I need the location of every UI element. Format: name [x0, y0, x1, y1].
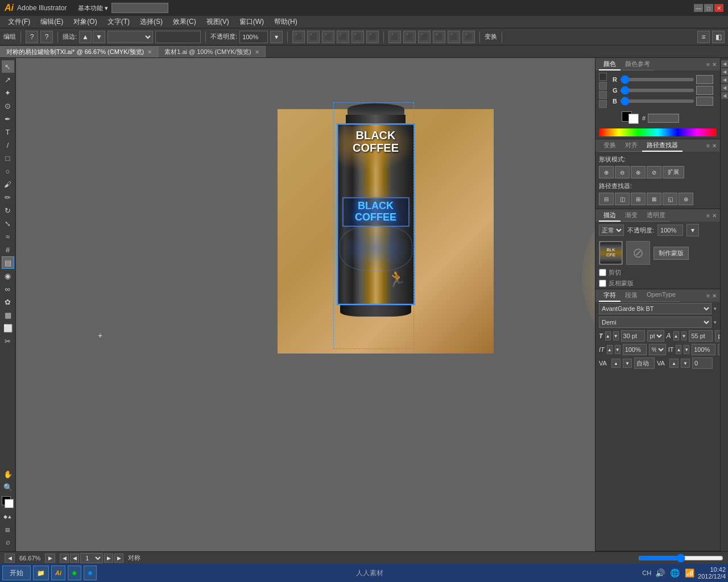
coffee-can[interactable]: BLACKCOFFEE BLACKCOFFEE 🏃: [334, 103, 417, 348]
path-trim[interactable]: ◫: [615, 193, 630, 205]
tracking-input[interactable]: [634, 357, 655, 369]
r-value[interactable]: [696, 75, 713, 84]
stroke-down[interactable]: ▼: [93, 31, 105, 43]
stroke-box[interactable]: [628, 114, 639, 124]
tool-symbol[interactable]: ✿: [2, 296, 14, 308]
page-prev[interactable]: ◀: [60, 554, 69, 563]
size-unit-select[interactable]: pt: [647, 330, 664, 342]
transform-panel-menu[interactable]: ≡: [706, 143, 710, 149]
tab-color-ref[interactable]: 颜色参考: [621, 59, 655, 70]
tool-paintbrush[interactable]: 🖌: [2, 178, 14, 190]
dist-left[interactable]: ⬛: [448, 31, 460, 43]
right-icon-2[interactable]: ◀: [721, 68, 728, 75]
path-merge[interactable]: ⊞: [631, 193, 646, 205]
vscale-input[interactable]: [692, 344, 715, 355]
tool-rotate[interactable]: ↻: [2, 204, 14, 217]
character-panel-header[interactable]: 字符 段落 OpenType ≡ ✕: [595, 289, 720, 302]
tab-transform[interactable]: 变换: [599, 140, 621, 152]
right-icon-4[interactable]: ◀: [721, 84, 728, 91]
layer-thumb[interactable]: BLKCFE: [599, 241, 623, 265]
right-icon-3[interactable]: ◀: [721, 76, 728, 83]
opacity-value-input[interactable]: [657, 225, 683, 236]
tool-artboard[interactable]: ⬜: [2, 322, 14, 334]
taskbar-app-green[interactable]: ●: [68, 566, 81, 580]
minimize-button[interactable]: —: [694, 4, 703, 12]
dist-v[interactable]: ⬛: [403, 31, 416, 43]
hash-input[interactable]: [648, 114, 679, 123]
tray-icon-2[interactable]: 🌐: [668, 567, 681, 579]
tool-pencil[interactable]: ✏: [2, 191, 14, 203]
tab-pathfinder[interactable]: 路径查找器: [642, 140, 682, 152]
tool-lasso[interactable]: ⊙: [2, 99, 14, 112]
tool-selection[interactable]: ↖: [2, 60, 14, 73]
menu-view[interactable]: 视图(V): [202, 16, 234, 28]
tool-blend[interactable]: ∞: [2, 282, 14, 295]
tool-ellipse[interactable]: ○: [2, 165, 14, 177]
tool-type[interactable]: T: [2, 126, 14, 138]
dist-h[interactable]: ⬛: [388, 31, 401, 43]
tool-eyedropper[interactable]: ◉: [2, 269, 14, 282]
leading-input[interactable]: [689, 330, 713, 342]
character-close[interactable]: ✕: [712, 293, 717, 299]
tool-direct-selection[interactable]: ↗: [2, 73, 14, 86]
dist-bottom[interactable]: ⬛: [433, 31, 445, 43]
right-icon-1[interactable]: ◀: [721, 60, 728, 67]
align-center-h[interactable]: ⬛: [307, 31, 320, 43]
opacity-down[interactable]: ▾: [270, 31, 283, 43]
color-spectrum[interactable]: [599, 128, 717, 136]
tab-para[interactable]: 段落: [621, 290, 642, 302]
size-down[interactable]: ▼: [613, 331, 619, 340]
taskbar-app-folder[interactable]: 📁: [33, 566, 49, 580]
appearance-menu[interactable]: ≡: [706, 213, 710, 219]
menu-object[interactable]: 对象(O): [69, 16, 101, 28]
panel-toggle[interactable]: ≡: [697, 31, 710, 43]
b-slider[interactable]: [621, 99, 694, 103]
tool-zoom[interactable]: 🔍: [2, 481, 14, 493]
tab-align[interactable]: 对齐: [621, 140, 642, 152]
g-value[interactable]: [696, 86, 713, 95]
start-button[interactable]: 开始: [2, 566, 31, 580]
menu-window[interactable]: 窗口(W): [235, 16, 268, 28]
transform-panel-close[interactable]: ✕: [712, 143, 717, 149]
shape-exclude[interactable]: ⊘: [647, 166, 661, 178]
maximize-button[interactable]: □: [704, 4, 713, 12]
page-next2[interactable]: ▶: [114, 554, 123, 563]
path-divide[interactable]: ⊟: [599, 193, 614, 205]
right-icon-5[interactable]: ◀: [721, 92, 728, 99]
expand-btn[interactable]: 扩展: [663, 166, 684, 178]
appearance-close[interactable]: ✕: [712, 213, 717, 219]
tool-rect[interactable]: □: [2, 152, 14, 164]
page-select[interactable]: 1: [80, 553, 103, 563]
tab-main-close[interactable]: ✕: [147, 49, 152, 55]
path-outline[interactable]: ◱: [663, 193, 677, 205]
vscale-down[interactable]: ▼: [684, 345, 689, 354]
font-size-input[interactable]: [621, 330, 645, 342]
zoom-out-btn[interactable]: ◀: [5, 554, 15, 563]
panel-float[interactable]: ◧: [712, 31, 725, 43]
menu-effect[interactable]: 效果(C): [168, 16, 201, 28]
toolbar-question-btn2[interactable]: ?: [40, 31, 53, 43]
kern-input[interactable]: [692, 357, 713, 369]
none-toggle[interactable]: ∅: [2, 537, 14, 549]
transform-panel-header[interactable]: 变换 对齐 路径查找器 ≡ ✕: [595, 139, 720, 152]
tab-main[interactable]: 对称的易拉罐绘制TXl.ai* @ 66.67% (CMYK/预览) ✕: [0, 46, 158, 57]
layer-mask[interactable]: ⊘: [626, 241, 650, 265]
blend-mode-select[interactable]: 正常: [599, 225, 624, 236]
shape-intersect[interactable]: ⊗: [631, 166, 646, 178]
kern-down[interactable]: ▼: [681, 359, 690, 368]
h-scrollbar[interactable]: [638, 555, 723, 562]
menu-help[interactable]: 帮助(H): [270, 16, 302, 28]
opacity-arrow[interactable]: ▾: [686, 224, 699, 236]
g-slider[interactable]: [621, 89, 694, 92]
tab-stroke[interactable]: 描边: [599, 210, 621, 222]
taskbar-app-blue[interactable]: ●: [84, 566, 97, 580]
tool-magic-wand[interactable]: ✦: [2, 86, 14, 99]
font-family-select[interactable]: AvantGarde Bk BT: [599, 303, 712, 314]
dist-top[interactable]: ⬛: [418, 31, 431, 43]
color-panel-close[interactable]: ✕: [712, 61, 717, 68]
tab-char[interactable]: 字符: [599, 290, 621, 302]
tab-gradient[interactable]: 渐变: [621, 210, 642, 222]
tracking-down[interactable]: ▼: [623, 359, 632, 368]
search-input[interactable]: [111, 3, 168, 13]
gradient-toggle[interactable]: ▤: [2, 523, 14, 536]
